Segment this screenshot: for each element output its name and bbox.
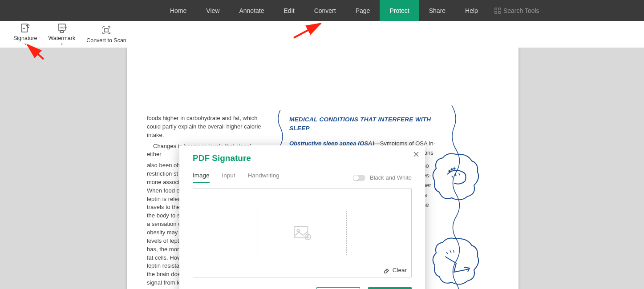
chevron-down-icon: ▾ (24, 42, 26, 46)
dialog-actions: Cancel OK (193, 287, 412, 289)
clear-label: Clear (393, 267, 407, 273)
dialog-tabs: Image Input Handwriting Black and White (193, 172, 412, 183)
svg-point-10 (454, 168, 455, 169)
menu-help[interactable]: Help (455, 0, 488, 21)
svg-rect-1 (498, 8, 500, 9)
svg-rect-0 (495, 8, 497, 9)
black-white-label: Black and White (370, 174, 412, 181)
main-menu-bar: Home View Annotate Edit Convert Page Pro… (0, 0, 644, 21)
chevron-down-icon: ▾ (61, 42, 63, 46)
black-white-toggle[interactable] (353, 175, 365, 181)
black-white-option: Black and White (353, 174, 412, 181)
ribbon-signature-label: Signature (13, 35, 37, 41)
svg-point-8 (449, 171, 450, 172)
tab-handwriting[interactable]: Handwriting (248, 172, 279, 183)
svg-rect-7 (105, 28, 108, 32)
svg-rect-11 (294, 227, 308, 238)
cancel-button[interactable]: Cancel (316, 287, 360, 289)
protect-ribbon: Signature ▾ MARK Watermark ▾ Convert to … (0, 21, 644, 48)
scan-icon (101, 25, 112, 36)
menu-view[interactable]: View (196, 0, 229, 21)
restless-leg-illustration (429, 234, 483, 288)
apps-icon (494, 8, 501, 14)
ribbon-signature[interactable]: Signature ▾ (13, 23, 37, 46)
close-button[interactable] (413, 151, 419, 158)
search-tools-label: Search Tools (503, 7, 539, 14)
svg-point-9 (451, 169, 453, 170)
menu-page[interactable]: Page (346, 0, 380, 21)
clear-button[interactable]: Clear (383, 267, 407, 273)
doc-text: foods higher in carbohydrate and fat, wh… (147, 114, 263, 140)
eraser-icon (383, 267, 390, 273)
menu-share[interactable]: Share (419, 0, 455, 21)
svg-rect-2 (495, 11, 497, 13)
close-icon (413, 152, 419, 157)
image-upload-icon (292, 225, 312, 241)
watermark-icon: MARK (57, 23, 67, 33)
svg-text:MARK: MARK (60, 26, 67, 29)
ok-button[interactable]: OK (368, 287, 412, 289)
signature-canvas[interactable]: Clear (193, 189, 412, 277)
svg-point-12 (297, 229, 299, 232)
doc-heading: MEDICAL CONDITIONS THAT INTERFERE WITH S… (289, 115, 436, 132)
sleep-apnea-illustration (429, 150, 483, 203)
menu-protect[interactable]: Protect (380, 0, 419, 21)
pdf-signature-dialog: PDF Signature Image Input Handwriting Bl… (179, 145, 425, 289)
image-dropzone[interactable] (258, 211, 347, 255)
menu-annotate[interactable]: Annotate (229, 0, 274, 21)
svg-rect-3 (498, 11, 500, 13)
dialog-title: PDF Signature (193, 153, 412, 163)
ribbon-scan-label: Convert to Scan (86, 37, 126, 44)
menu-edit[interactable]: Edit (274, 0, 304, 21)
menu-home[interactable]: Home (160, 0, 196, 21)
search-tools[interactable]: Search Tools (494, 7, 539, 14)
tab-image[interactable]: Image (193, 172, 210, 183)
menu-convert[interactable]: Convert (304, 0, 346, 21)
signature-icon (20, 23, 31, 33)
ribbon-watermark-label: Watermark (49, 35, 76, 41)
ribbon-convert-to-scan[interactable]: Convert to Scan (86, 25, 126, 44)
tab-input[interactable]: Input (222, 172, 235, 183)
document-viewport[interactable]: foods higher in carbohydrate and fat, wh… (0, 48, 644, 289)
ribbon-watermark[interactable]: MARK Watermark ▾ (49, 23, 76, 46)
